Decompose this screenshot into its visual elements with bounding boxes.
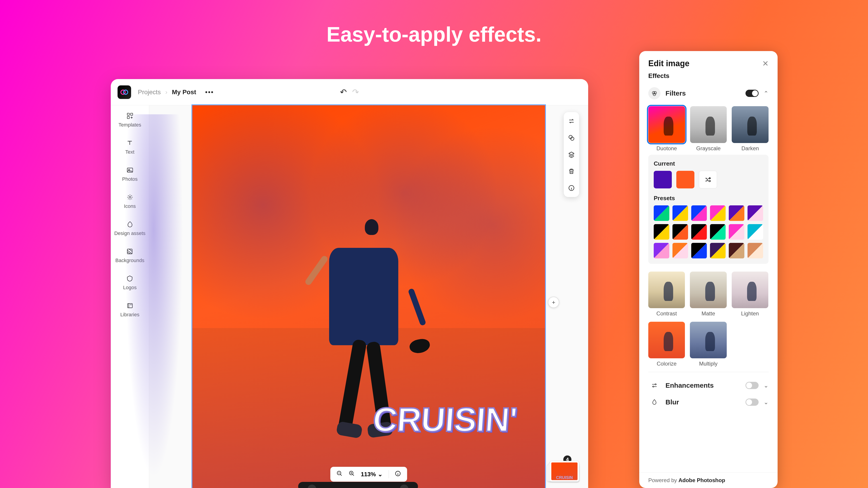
panel-footer: Powered by Adobe Photoshop (639, 473, 778, 488)
add-page-button[interactable]: + (548, 297, 559, 308)
chevron-down-icon[interactable]: ⌄ (764, 382, 769, 389)
breadcrumb-current[interactable]: My Post (172, 89, 196, 96)
preset-swatch[interactable] (673, 243, 688, 258)
shuffle-button[interactable] (699, 171, 717, 188)
blur-toggle[interactable] (745, 398, 758, 406)
preset-swatch[interactable] (673, 224, 688, 240)
layers-icon[interactable] (566, 150, 577, 160)
page-thumb-label: CRUISIN (551, 462, 578, 480)
hero-title: Easy-to-apply effects. (327, 23, 541, 46)
duotone-settings: Current Presets (648, 155, 769, 264)
section-effects-title: Effects (648, 72, 769, 79)
preset-swatch[interactable] (691, 243, 707, 258)
chevron-down-icon: ⌄ (378, 471, 383, 478)
canvas-text[interactable]: CRUISIN' (372, 400, 518, 439)
preset-swatch[interactable] (729, 205, 744, 221)
preset-swatch[interactable] (691, 205, 707, 221)
filters-row[interactable]: Filters ⌃ (648, 85, 769, 102)
enhancements-toggle[interactable] (745, 382, 758, 389)
preset-swatch[interactable] (747, 224, 763, 240)
current-color-2[interactable] (676, 171, 694, 188)
canvas[interactable]: CRUISIN' (192, 105, 545, 488)
edit-image-panel: Edit image ✕ Effects Filters ⌃ Duotone G… (639, 51, 778, 488)
canvas-image[interactable]: CRUISIN' (192, 105, 545, 488)
breadcrumb: Projects › My Post ••• (138, 89, 214, 96)
filter-options: Duotone Grayscale Darken (648, 106, 769, 152)
filters-icon (648, 87, 660, 99)
filter-grayscale[interactable]: Grayscale (690, 106, 727, 152)
preset-swatch[interactable] (654, 205, 669, 221)
preset-swatch[interactable] (747, 205, 763, 221)
preset-swatch[interactable] (710, 224, 725, 240)
svg-point-1 (123, 90, 128, 94)
divider (648, 372, 769, 372)
current-color-1[interactable] (654, 171, 672, 188)
enhancements-icon (648, 379, 660, 392)
info-icon[interactable] (566, 183, 577, 193)
more-menu-button[interactable]: ••• (205, 89, 214, 96)
app-window: Projects › My Post ••• ↶ ↷ Templates Tex… (111, 79, 588, 488)
chevron-right-icon: › (165, 89, 167, 96)
app-logo[interactable] (118, 86, 131, 99)
info-button[interactable] (395, 470, 401, 478)
preset-swatch[interactable] (729, 243, 744, 258)
enhancements-row[interactable]: Enhancements ⌄ (648, 377, 769, 394)
filters-label: Filters (665, 90, 741, 97)
close-button[interactable]: ✕ (762, 59, 769, 68)
presets-label: Presets (654, 195, 763, 202)
svg-point-18 (653, 93, 656, 96)
preset-swatch[interactable] (673, 205, 688, 221)
redo-button[interactable]: ↷ (352, 88, 359, 97)
divider (389, 470, 389, 478)
filter-duotone[interactable]: Duotone (648, 106, 685, 152)
preset-swatch[interactable] (710, 243, 725, 258)
history-controls: ↶ ↷ (340, 88, 359, 97)
blur-icon (648, 396, 660, 408)
page-thumbnails[interactable]: 4 CRUISIN (550, 461, 579, 482)
canvas-tools (564, 112, 579, 197)
preset-swatch[interactable] (654, 224, 669, 240)
effect-options: Contrast Matte Lighten Colorize Multiply (648, 271, 769, 367)
group-icon[interactable] (566, 133, 577, 143)
zoom-out-button[interactable] (336, 470, 343, 478)
filters-toggle[interactable] (745, 90, 758, 97)
current-label: Current (654, 160, 763, 167)
canvas-area[interactable]: CRUISIN' + 113%⌄ (149, 105, 588, 488)
preset-swatch[interactable] (691, 224, 707, 240)
panel-title: Edit image (648, 59, 689, 68)
svg-point-20 (653, 386, 654, 387)
blur-row[interactable]: Blur ⌄ (648, 394, 769, 411)
swap-icon[interactable] (566, 116, 577, 126)
preset-swatch[interactable] (710, 205, 725, 221)
effect-matte[interactable]: Matte (690, 271, 726, 317)
svg-point-19 (655, 384, 656, 385)
effect-lighten[interactable]: Lighten (732, 271, 768, 317)
preset-swatch[interactable] (747, 243, 763, 258)
preset-swatch[interactable] (654, 243, 669, 258)
effect-multiply[interactable]: Multiply (690, 322, 726, 367)
chevron-down-icon[interactable]: ⌄ (764, 399, 769, 406)
zoom-bar: 113%⌄ (330, 467, 407, 482)
filter-darken[interactable]: Darken (732, 106, 769, 152)
blur-label: Blur (665, 398, 741, 406)
canvas-decoration (122, 114, 185, 488)
undo-button[interactable]: ↶ (340, 88, 347, 97)
enhancements-label: Enhancements (665, 382, 741, 389)
zoom-in-button[interactable] (348, 470, 355, 478)
topbar: Projects › My Post ••• ↶ ↷ (111, 79, 588, 105)
zoom-level[interactable]: 113%⌄ (361, 471, 383, 478)
effect-contrast[interactable]: Contrast (648, 271, 685, 317)
preset-grid (654, 205, 763, 258)
svg-point-17 (654, 92, 657, 94)
effect-colorize[interactable]: Colorize (648, 322, 685, 367)
creative-cloud-icon (120, 88, 129, 96)
breadcrumb-root[interactable]: Projects (138, 89, 161, 96)
chevron-up-icon[interactable]: ⌃ (764, 90, 769, 97)
delete-icon[interactable] (566, 166, 577, 176)
preset-swatch[interactable] (729, 224, 744, 240)
